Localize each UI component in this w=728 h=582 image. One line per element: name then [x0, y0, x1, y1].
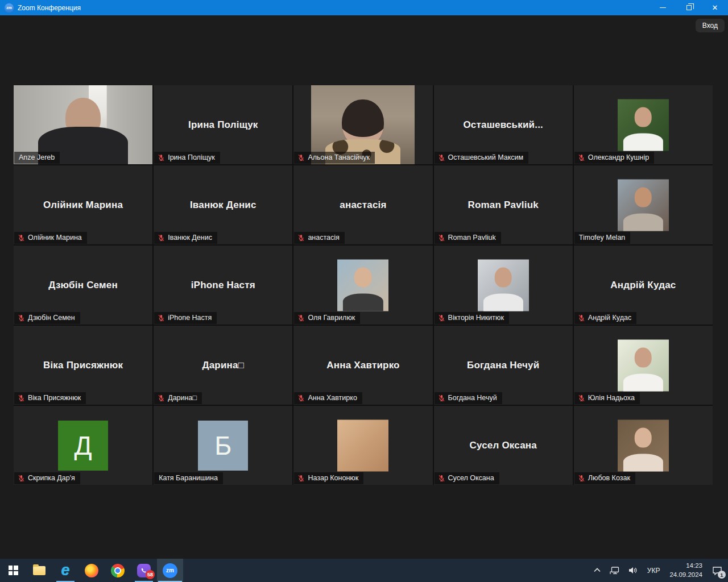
- muted-mic-icon: [438, 314, 445, 322]
- participant-tile[interactable]: Оля Гаврилюк: [293, 246, 432, 325]
- participant-name-tag: Олійник Марина: [14, 232, 87, 244]
- participant-name-tag: Юлія Надьоха: [574, 392, 640, 404]
- participant-tile[interactable]: Сусел Оксана Сусел Оксана: [434, 406, 573, 485]
- participant-name-label: Сусел Оксана: [448, 474, 494, 482]
- participant-name-label: Timofey Melan: [579, 234, 626, 242]
- close-icon: ✕: [712, 4, 718, 11]
- firefox-icon: [85, 564, 98, 577]
- clock-date: 24.09.2024: [669, 571, 702, 580]
- profile-photo: [337, 259, 388, 311]
- muted-mic-icon: [18, 234, 25, 242]
- muted-mic-icon: [297, 154, 305, 161]
- zoom-app-icon: zm: [5, 3, 14, 13]
- participant-tile[interactable]: Дзюбін Семен Дзюбін Семен: [14, 246, 152, 325]
- participant-tile[interactable]: Anze Jereb: [14, 85, 152, 164]
- participant-name-label: Андрій Кудас: [588, 314, 631, 322]
- participant-name-tag: Дарина□: [154, 392, 202, 404]
- participant-tile[interactable]: Вікторія Никитюк: [434, 246, 573, 325]
- participant-name-label: анастасія: [308, 234, 339, 242]
- tray-expand-button[interactable]: [590, 559, 604, 582]
- language-indicator[interactable]: УКР: [644, 559, 664, 582]
- participant-name-label: Богдана Нечуй: [448, 394, 497, 402]
- muted-mic-icon: [18, 394, 25, 402]
- window-titlebar: zm Zoom Конференция ✕: [0, 0, 728, 15]
- muted-mic-icon: [438, 475, 445, 482]
- participant-name-tag: Сусел Оксана: [435, 472, 499, 484]
- muted-mic-icon: [438, 394, 445, 402]
- participant-tile[interactable]: Дарина□ Дарина□: [154, 326, 292, 405]
- close-button[interactable]: ✕: [702, 0, 728, 15]
- participant-name-tag: Любов Козак: [574, 472, 635, 484]
- restore-button[interactable]: [676, 0, 702, 15]
- participant-tile[interactable]: Roman Pavliuk Roman Pavliuk: [434, 165, 573, 244]
- muted-mic-icon: [18, 475, 25, 482]
- viber-badge: 58: [146, 570, 155, 579]
- participant-tile[interactable]: Осташевський... Осташевський Максим: [434, 85, 573, 164]
- participant-tile[interactable]: iPhone Настя iPhone Настя: [154, 246, 292, 325]
- participant-tile[interactable]: Віка Присяжнюк Віка Присяжнюк: [14, 326, 152, 405]
- participant-tile[interactable]: Timofey Melan: [574, 165, 713, 244]
- participant-name-label: Вікторія Никитюк: [448, 314, 504, 322]
- participant-tile[interactable]: Іванюк Денис Іванюк Денис: [154, 165, 292, 244]
- participant-name-tag: iPhone Настя: [154, 312, 217, 324]
- participant-tile[interactable]: Олійник Марина Олійник Марина: [14, 165, 152, 244]
- participant-name-tag: Дзюбін Семен: [14, 312, 80, 324]
- muted-mic-icon: [297, 394, 305, 402]
- action-center-button[interactable]: 1: [709, 559, 726, 582]
- participant-name-label: Дарина□: [168, 394, 197, 402]
- viber-button[interactable]: 58: [131, 559, 157, 582]
- profile-photo: [618, 99, 669, 151]
- participant-tile[interactable]: Д Скрипка Дар'я: [14, 406, 152, 485]
- participant-tile[interactable]: Ірина Поліщук Ірина Поліщук: [154, 85, 292, 164]
- participant-tile[interactable]: Богдана Нечуй Богдана Нечуй: [434, 326, 573, 405]
- participant-name-label: Скрипка Дар'я: [28, 474, 75, 482]
- participant-tile[interactable]: анастасія анастасія: [293, 165, 432, 244]
- restore-icon: [686, 5, 692, 10]
- muted-mic-icon: [578, 154, 585, 161]
- chrome-icon: [111, 564, 125, 577]
- internet-explorer-button[interactable]: e: [52, 559, 78, 582]
- volume-button[interactable]: [626, 559, 642, 582]
- participant-name-tag: Анна Хавтирко: [294, 392, 362, 404]
- participant-name-tag: Віка Присяжнюк: [14, 392, 86, 404]
- minimize-button[interactable]: [650, 0, 676, 15]
- participant-tile[interactable]: Б Катя Баранишина: [154, 406, 292, 485]
- participant-tile[interactable]: Юлія Надьоха: [574, 326, 713, 405]
- participant-name-label: Олійник Марина: [28, 234, 82, 242]
- muted-mic-icon: [158, 314, 165, 322]
- minimize-icon: [660, 7, 666, 8]
- zoom-taskbar-button[interactable]: zm: [157, 559, 183, 582]
- profile-photo: [337, 419, 388, 471]
- participant-tile[interactable]: Андрій Кудас Андрій Кудас: [574, 246, 713, 325]
- muted-mic-icon: [158, 154, 165, 161]
- participant-tile[interactable]: Олександр Кушнір: [574, 85, 713, 164]
- muted-mic-icon: [158, 234, 165, 242]
- participant-tile[interactable]: Любов Козак: [574, 406, 713, 485]
- participant-tile[interactable]: Анна Хавтирко Анна Хавтирко: [293, 326, 432, 405]
- clock[interactable]: 14:23 24.09.2024: [665, 562, 706, 579]
- muted-mic-icon: [158, 394, 165, 402]
- network-button[interactable]: [606, 559, 623, 582]
- start-button[interactable]: [0, 559, 26, 582]
- participant-tile[interactable]: Назар Кононюк: [293, 406, 432, 485]
- participant-name-label: Roman Pavliuk: [448, 234, 496, 242]
- file-explorer-button[interactable]: [26, 559, 52, 582]
- chrome-button[interactable]: [105, 559, 131, 582]
- participant-name-label: Альона Танасійчук: [308, 153, 370, 161]
- firefox-button[interactable]: [78, 559, 105, 582]
- muted-mic-icon: [297, 475, 305, 482]
- participant-name-label: Катя Баранишина: [159, 474, 218, 482]
- initial-avatar: Б: [198, 421, 248, 471]
- participant-name-tag: Вікторія Никитюк: [435, 312, 509, 324]
- participant-tile[interactable]: Альона Танасійчук: [293, 85, 432, 164]
- participant-name-label: Анна Хавтирко: [308, 394, 357, 402]
- meeting-content: Вход Anze Jereb Ірина Поліщук Ірина Полі…: [0, 15, 728, 559]
- participant-name-tag: Іванюк Денис: [154, 232, 217, 244]
- participant-name-tag: Roman Pavliuk: [435, 232, 501, 244]
- profile-photo: [618, 419, 669, 471]
- participant-name-tag: Андрій Кудас: [574, 312, 636, 324]
- participant-name-label: Назар Кононюк: [308, 474, 358, 482]
- signin-button[interactable]: Вход: [696, 19, 725, 32]
- muted-mic-icon: [438, 154, 445, 161]
- participant-name-label: Оля Гаврилюк: [308, 314, 355, 322]
